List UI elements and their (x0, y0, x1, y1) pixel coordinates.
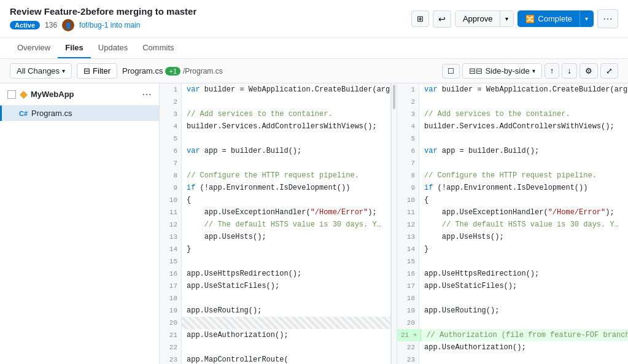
branch-link[interactable]: fof/bug-1 into main (79, 21, 140, 29)
tab-overview[interactable]: Overview (10, 38, 58, 58)
diff-pane-right[interactable]: 1 var builder = WebApplication.CreateBui… (397, 83, 628, 364)
line-num: 14 (397, 243, 419, 255)
approve-dropdown-btn[interactable]: ▾ (500, 11, 513, 26)
line-content: app.UseRouting(); (182, 304, 390, 317)
table-row: 5 (160, 133, 390, 145)
side-by-side-icon: ⊟⊟ (469, 66, 483, 76)
line-content: var app = builder.Build(); (419, 145, 628, 157)
line-content (182, 341, 390, 354)
file-info: Program.cs +1 /Program.cs (122, 66, 223, 76)
header-meta: Active 136 👤 fof/bug-1 into main (10, 19, 196, 31)
header: Review Feature-2before merging to master… (0, 0, 628, 38)
complete-btn[interactable]: 🔀 Complete (518, 11, 580, 26)
settings-btn[interactable]: ⚙ (580, 63, 598, 79)
filter-icon: ⊟ (83, 66, 90, 76)
line-num: 14 (160, 243, 182, 255)
line-content: // The default HSTS value is 30 days. Yo… (182, 219, 390, 231)
table-row: 9 if (!app.Environment.IsDevelopment()) (397, 182, 628, 194)
table-row: 10 { (160, 194, 390, 206)
line-content: // Add services to the container. (182, 108, 390, 120)
file-name-label: Program.cs (122, 66, 163, 76)
line-content (182, 292, 390, 304)
line-num: 15 (160, 255, 182, 268)
table-row: 9 if (!app.Environment.IsDevelopment()) (160, 182, 390, 194)
all-changes-dropdown[interactable]: All Changes ▾ (10, 63, 72, 79)
table-row: 11 app.UseExceptionHandler("/Home/Error"… (160, 206, 390, 219)
line-num: 2 (160, 96, 182, 108)
line-num: 23 (397, 354, 419, 364)
table-row: 22 (160, 341, 390, 354)
active-badge: Active (10, 21, 40, 29)
filter-btn[interactable]: ⊟ Filter (77, 63, 117, 79)
line-content (419, 96, 628, 108)
line-num: 22 (160, 341, 182, 354)
line-num: 18 (397, 292, 419, 304)
table-row: 13 app.UseHsts(); (397, 231, 628, 243)
side-by-side-chevron: ▾ (532, 68, 535, 74)
down-arrow-btn[interactable]: ↓ (562, 63, 577, 79)
approve-btn-group: Approve ▾ (455, 10, 514, 27)
tab-updates[interactable]: Updates (91, 38, 135, 58)
line-content (182, 157, 390, 169)
up-arrow-btn[interactable]: ↑ (545, 63, 560, 79)
line-content: } (419, 243, 628, 255)
tab-commits[interactable]: Commits (135, 38, 181, 58)
line-content: app.UseAuthorization(); (419, 341, 628, 354)
sidebar-file-item[interactable]: C# Program.cs (0, 106, 159, 121)
table-row: 3 // Add services to the container. (397, 108, 628, 120)
line-content: app.UseHttpsRedirection(); (182, 268, 390, 280)
line-content: } (182, 243, 390, 255)
line-content (419, 354, 628, 364)
table-row: 17 app.UseStaticFiles(); (397, 280, 628, 292)
tabs: Overview Files Updates Commits (0, 38, 628, 59)
line-num: 6 (397, 145, 419, 157)
table-row: 5 (397, 133, 628, 145)
table-row: 12 // The default HSTS value is 30 days.… (397, 219, 628, 231)
expand-btn[interactable]: ⤢ (600, 63, 618, 79)
line-content (419, 292, 628, 304)
undo-btn[interactable]: ↩ (433, 10, 451, 28)
line-num: 10 (160, 194, 182, 206)
scrollbar-divider (391, 83, 397, 364)
line-num: 4 (160, 120, 182, 133)
line-num: 8 (160, 169, 182, 182)
side-by-side-dropdown[interactable]: ⊟⊟ Side-by-side ▾ (462, 63, 541, 79)
line-num: 9 (160, 182, 182, 194)
line-num: 18 (160, 292, 182, 304)
line-content: app.UseStaticFiles(); (182, 280, 390, 292)
folder-more-btn[interactable]: ⋯ (142, 88, 152, 100)
table-row: 14 } (160, 243, 390, 255)
table-row: 21 + // Authorization (file from feature… (397, 329, 628, 341)
tab-files[interactable]: Files (58, 38, 91, 58)
diff-pane-left[interactable]: 1 var builder = WebApplication.CreateBui… (160, 83, 391, 364)
sidebar-folder-name: ◆ MyWebApp (7, 88, 74, 100)
table-row: 1 var builder = WebApplication.CreateBui… (397, 83, 628, 96)
line-num: 17 (397, 280, 419, 292)
line-content: if (!app.Environment.IsDevelopment()) (419, 182, 628, 194)
line-content: { (182, 194, 390, 206)
viewed-btn[interactable]: ☐ (442, 64, 460, 79)
line-num: 15 (397, 255, 419, 268)
pr-count: 136 (45, 21, 57, 29)
more-actions-btn[interactable]: ⋯ (597, 9, 618, 28)
line-content: // Add services to the container. (419, 108, 628, 120)
view-icon-btn[interactable]: ⊞ (411, 10, 429, 27)
table-row: 23 (397, 354, 628, 364)
line-num: 17 (160, 280, 182, 292)
folder-name-label: MyWebApp (31, 90, 74, 99)
header-title: Review Feature-2before merging to master (10, 6, 196, 17)
table-row: 19 app.UseRouting(); (160, 304, 390, 317)
table-row: 17 app.UseStaticFiles(); (160, 280, 390, 292)
line-num: 1 (160, 83, 182, 96)
all-changes-chevron: ▾ (62, 68, 65, 74)
line-num: 4 (397, 120, 419, 133)
complete-dropdown-btn[interactable]: ▾ (580, 11, 593, 26)
folder-checkbox[interactable] (7, 90, 16, 99)
line-num: 3 (397, 108, 419, 120)
line-content: app.UseHsts(); (182, 231, 390, 243)
approve-btn[interactable]: Approve (455, 11, 500, 26)
file-path-label: /Program.cs (183, 67, 223, 76)
line-num: 21 + (397, 329, 421, 341)
line-content (419, 255, 628, 268)
header-actions: ⊞ ↩ Approve ▾ 🔀 Complete ▾ ⋯ (411, 9, 618, 28)
